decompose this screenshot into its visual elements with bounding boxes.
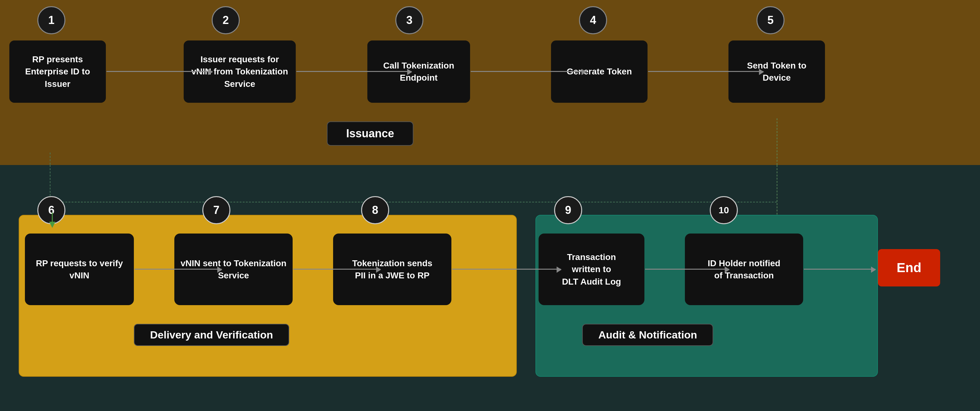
- bottom-section: 6 RP requests to verify vNIN 7 vNIN sent…: [0, 165, 980, 411]
- arrow-7-8: [293, 269, 380, 270]
- arrow-1-2: [107, 71, 212, 72]
- arrow-9-10: [645, 269, 729, 270]
- arrow-2-3: [296, 71, 412, 72]
- top-section: 1 RP presents Enterprise ID to Issuer 2 …: [0, 0, 980, 165]
- audit-label: Audit & Notification: [582, 324, 713, 346]
- down-arrow-6: [46, 212, 59, 228]
- end-button[interactable]: End: [878, 249, 940, 287]
- step-circle-3: 3: [395, 6, 423, 34]
- step-circle-5: 5: [756, 6, 784, 34]
- dashed-right-connector: [777, 118, 777, 168]
- arrow-10-end: [804, 269, 875, 270]
- step-circle-10: 10: [710, 196, 738, 224]
- step-circle-7: 7: [202, 196, 231, 224]
- svg-marker-1: [49, 222, 56, 228]
- step-circle-1: 1: [37, 6, 65, 34]
- arrow-3-4: [471, 71, 586, 72]
- delivery-label: Delivery and Verification: [134, 324, 289, 346]
- issuance-label: Issuance: [327, 121, 414, 146]
- step-circle-8: 8: [361, 196, 389, 224]
- step-circle-4: 4: [579, 6, 607, 34]
- arrow-4-5: [648, 71, 763, 72]
- step-circle-2: 2: [212, 6, 240, 34]
- step-circle-9: 9: [554, 196, 582, 224]
- arrow-6-7: [135, 269, 222, 270]
- step-box-1: RP presents Enterprise ID to Issuer: [10, 40, 106, 103]
- step-box-6: RP requests to verify vNIN: [25, 234, 134, 305]
- arrow-8-9: [452, 269, 561, 270]
- dashed-horizontal: [50, 202, 777, 202]
